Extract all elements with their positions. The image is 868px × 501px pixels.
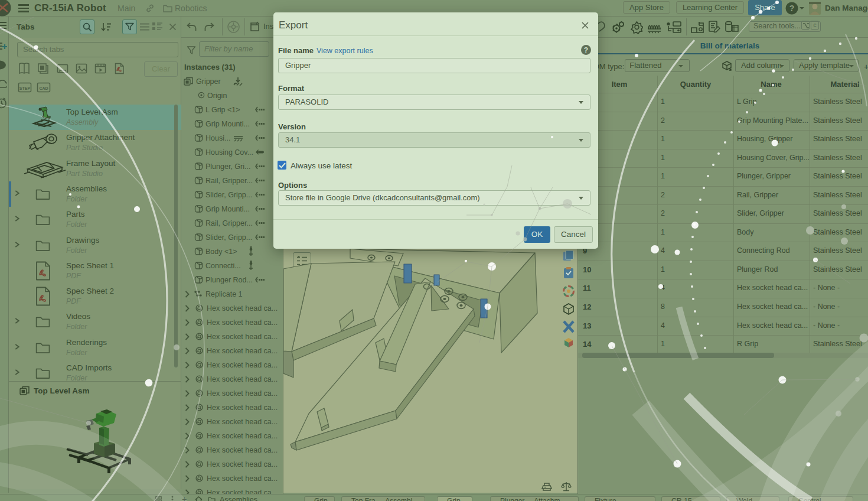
- svg-text:STEP: STEP: [19, 86, 31, 90]
- svg-text:CAD: CAD: [39, 86, 48, 90]
- svg-text:?: ?: [584, 46, 588, 54]
- svg-text:?: ?: [789, 4, 795, 13]
